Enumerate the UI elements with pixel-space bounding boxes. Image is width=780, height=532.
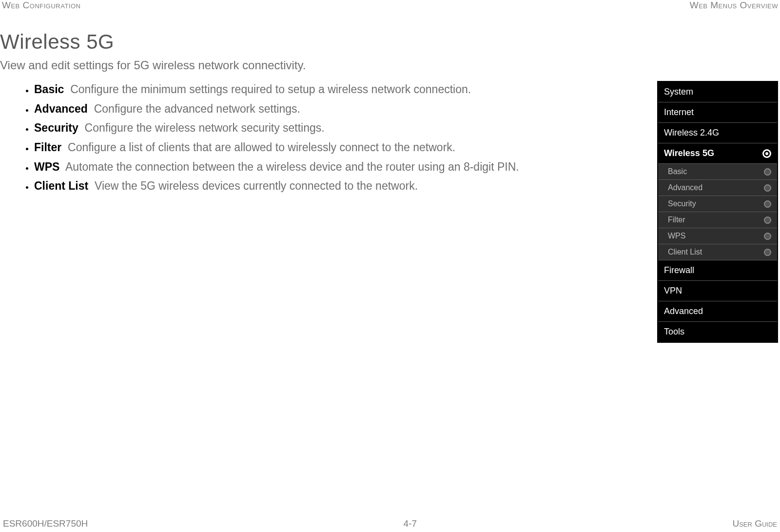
submenu-security[interactable]: Security (658, 196, 777, 212)
submenu-basic[interactable]: Basic (658, 164, 777, 180)
radio-icon (764, 168, 771, 176)
header-right: Web Menus Overview (690, 0, 778, 11)
page-subtitle: View and edit settings for 5G wireless n… (0, 59, 780, 72)
list-item: Client List View the 5G wireless devices… (34, 177, 643, 195)
submenu-advanced[interactable]: Advanced (658, 180, 777, 196)
list-item: WPS Automate the connection between the … (34, 158, 643, 176)
radio-icon (764, 217, 771, 224)
header-left: Web Configuration (2, 0, 80, 11)
feature-list: Basic Configure the minimum settings req… (0, 81, 643, 197)
submenu-filter[interactable]: Filter (658, 212, 777, 228)
expand-icon (762, 149, 771, 158)
menu-internet[interactable]: Internet (658, 102, 777, 123)
menu-wireless-5g[interactable]: Wireless 5G (658, 143, 777, 164)
list-item: Security Configure the wireless network … (34, 119, 643, 137)
menu-firewall[interactable]: Firewall (658, 260, 777, 281)
radio-icon (764, 200, 771, 208)
radio-icon (764, 249, 771, 256)
footer-guide: User Guide (732, 518, 777, 529)
menu-wireless-24g[interactable]: Wireless 2.4G (658, 123, 777, 143)
list-item: Basic Configure the minimum settings req… (34, 81, 643, 99)
radio-icon (764, 184, 771, 192)
submenu-client-list[interactable]: Client List (658, 244, 777, 260)
footer-page: 4-7 (404, 518, 417, 529)
submenu-wps[interactable]: WPS (658, 228, 777, 244)
menu-system[interactable]: System (658, 82, 777, 102)
menu-tools[interactable]: Tools (658, 322, 777, 342)
nav-menu: System Internet Wireless 2.4G Wireless 5… (657, 81, 778, 343)
menu-vpn[interactable]: VPN (658, 281, 777, 301)
footer-model: ESR600H/ESR750H (3, 518, 88, 529)
page-title: Wireless 5G (0, 30, 780, 54)
radio-icon (764, 233, 771, 240)
list-item: Filter Configure a list of clients that … (34, 139, 643, 157)
menu-advanced[interactable]: Advanced (658, 301, 777, 322)
list-item: Advanced Configure the advanced network … (34, 100, 643, 118)
